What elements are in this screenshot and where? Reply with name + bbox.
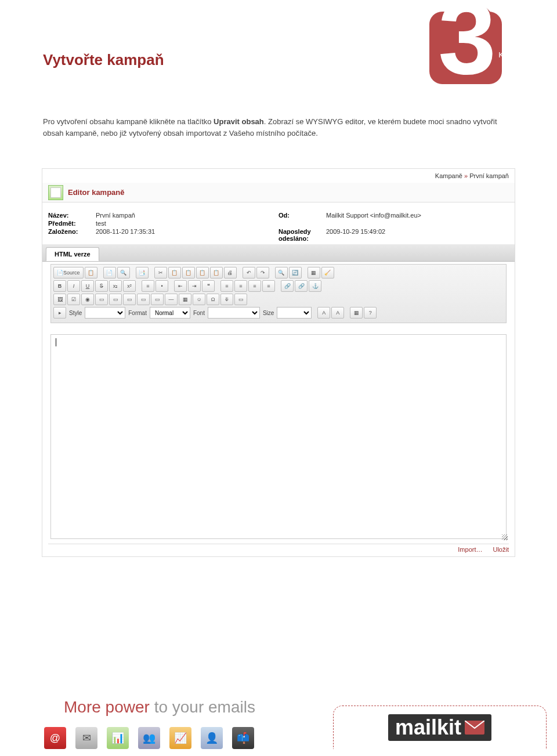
label-predmet: Předmět: (48, 220, 96, 227)
underline-icon[interactable]: U (81, 280, 94, 292)
source-button[interactable]: 📄 Source (53, 267, 84, 278)
ul-icon[interactable]: • (155, 280, 168, 292)
mailkit-logo: mailkit (388, 714, 491, 741)
tab-html-verze[interactable]: HTML verze (46, 247, 99, 261)
value-od: Mailkit Support <info@mailkit.eu> (326, 212, 421, 219)
size-select[interactable] (277, 307, 312, 319)
button-icon[interactable]: ▭ (137, 294, 150, 305)
intro-part1: Pro vytvoření obsahu kampaně klikněte na… (43, 117, 214, 126)
value-nazev: První kampaň (96, 212, 135, 219)
subscript-icon[interactable]: x₂ (109, 280, 122, 292)
pagebreak-icon[interactable]: ⤋ (220, 294, 233, 305)
doc-icon[interactable]: 📑 (136, 267, 149, 278)
step-label: KROK (498, 50, 522, 59)
editor-footer: Import… Uložit (48, 544, 509, 553)
superscript-icon[interactable]: x² (123, 280, 136, 292)
wysiwyg-toolbar: 📄 Source 📋 📄 🔍 📑 ✂ 📋 📋 📋 📋 🖨 ↶ ↷ 🔍 🔄 ▦ 🧹 (50, 264, 507, 323)
breadcrumb-separator: » (462, 172, 469, 179)
image-icon[interactable]: 🖼 (53, 294, 66, 305)
format-label: Format (128, 310, 147, 316)
breadcrumb: Kampaně » První kampaň (435, 172, 509, 179)
italic-icon[interactable]: I (67, 280, 80, 292)
unlink-icon[interactable]: 🔗 (295, 280, 308, 292)
align-left-icon[interactable]: ≡ (220, 280, 233, 292)
smiley-icon[interactable]: ☺ (193, 294, 205, 305)
page-title: Vytvořte kampaň (43, 51, 164, 69)
redo-icon[interactable]: ↷ (256, 267, 269, 278)
chart-icon: 📈 (169, 727, 191, 749)
hidden-icon[interactable]: ▭ (123, 294, 136, 305)
breadcrumb-level2[interactable]: První kampaň (469, 172, 509, 179)
indent-icon[interactable]: ⇥ (188, 280, 201, 292)
showblocks-icon[interactable]: ▦ (350, 307, 363, 319)
align-center-icon[interactable]: ≡ (234, 280, 247, 292)
editor-title: Editor kampaně (68, 188, 125, 197)
textfield-icon[interactable]: ▭ (95, 294, 108, 305)
tagline-rest: to your emails (154, 698, 255, 716)
paste-word-icon[interactable]: 📋 (210, 267, 223, 278)
hr-icon[interactable]: — (165, 294, 178, 305)
anchor-icon[interactable]: ⚓ (309, 280, 321, 292)
editor-canvas[interactable] (50, 334, 507, 539)
mailbox-icon: 📫 (232, 727, 254, 749)
value-naposledy: 2009-10-29 15:49:02 (326, 228, 385, 242)
label-od: Od: (278, 212, 326, 219)
resize-handle[interactable] (502, 534, 508, 540)
size-label: Size (263, 310, 274, 316)
selectall-icon[interactable]: ▦ (308, 267, 320, 278)
special-icon[interactable]: Ω (207, 294, 219, 305)
editor-screenshot: Kampaně » První kampaň Editor kampaně Ná… (42, 168, 515, 557)
bgcolor-icon[interactable]: A (331, 307, 344, 319)
replace-icon[interactable]: 🔄 (289, 267, 302, 278)
find-icon[interactable]: 🔍 (275, 267, 288, 278)
logo-container: mailkit (333, 706, 547, 749)
step-number: 3 (438, 0, 496, 90)
text-cursor (56, 338, 56, 346)
align-justify-icon[interactable]: ≡ (262, 280, 275, 292)
ol-icon[interactable]: ≡ (142, 280, 154, 292)
breadcrumb-level1[interactable]: Kampaně (435, 172, 462, 179)
textcolor-icon[interactable]: A (317, 307, 330, 319)
paste-icon[interactable]: 📋 (182, 267, 195, 278)
link-icon[interactable]: 🔗 (281, 280, 294, 292)
about-icon[interactable]: ? (364, 307, 377, 319)
footer-icon-strip: @ ✉ 📊 👥 📈 👤 📫 (0, 722, 290, 749)
paste-text-icon[interactable]: 📋 (196, 267, 209, 278)
blockquote-icon[interactable]: ❝ (202, 280, 215, 292)
at-icon: @ (44, 727, 66, 749)
intro-bold: Upravit obsah (214, 117, 264, 126)
editor-icon (48, 185, 63, 200)
table-icon[interactable]: ▦ (179, 294, 191, 305)
cut-icon[interactable]: ✂ (154, 267, 167, 278)
bold-icon[interactable]: B (53, 280, 66, 292)
collapse-icon[interactable]: ▸ (53, 307, 66, 319)
template-icon[interactable]: 📋 (85, 267, 97, 278)
strike-icon[interactable]: S̶ (95, 280, 108, 292)
value-zalozeno: 2008-11-20 17:35:31 (96, 228, 155, 242)
envelopes-icon: ✉ (75, 727, 97, 749)
save-link[interactable]: Uložit (493, 546, 509, 553)
envelope-icon (465, 721, 484, 735)
value-predmet: test (96, 220, 106, 227)
newpage-icon[interactable]: 📄 (103, 267, 116, 278)
radio-icon[interactable]: ◉ (81, 294, 94, 305)
select-icon[interactable]: ▭ (151, 294, 164, 305)
label-zalozeno: Založeno: (48, 228, 96, 242)
textarea-icon[interactable]: ▭ (109, 294, 122, 305)
tagline: More power to your emails (64, 698, 255, 717)
align-right-icon[interactable]: ≡ (248, 280, 261, 292)
font-select[interactable] (208, 307, 260, 319)
print-icon[interactable]: 🖨 (224, 267, 237, 278)
checkbox-icon[interactable]: ☑ (67, 294, 80, 305)
format-select[interactable]: Normal (150, 307, 190, 319)
outdent-icon[interactable]: ⇤ (174, 280, 187, 292)
copy-icon[interactable]: 📋 (168, 267, 181, 278)
profile-icon: 👤 (201, 727, 223, 749)
undo-icon[interactable]: ↶ (243, 267, 255, 278)
import-link[interactable]: Import… (458, 546, 482, 553)
preview-icon[interactable]: 🔍 (117, 267, 130, 278)
removefmt-icon[interactable]: 🧹 (321, 267, 334, 278)
iframe-icon[interactable]: ▭ (234, 294, 247, 305)
sheet-icon: 📊 (107, 727, 129, 749)
style-select[interactable] (85, 307, 125, 319)
